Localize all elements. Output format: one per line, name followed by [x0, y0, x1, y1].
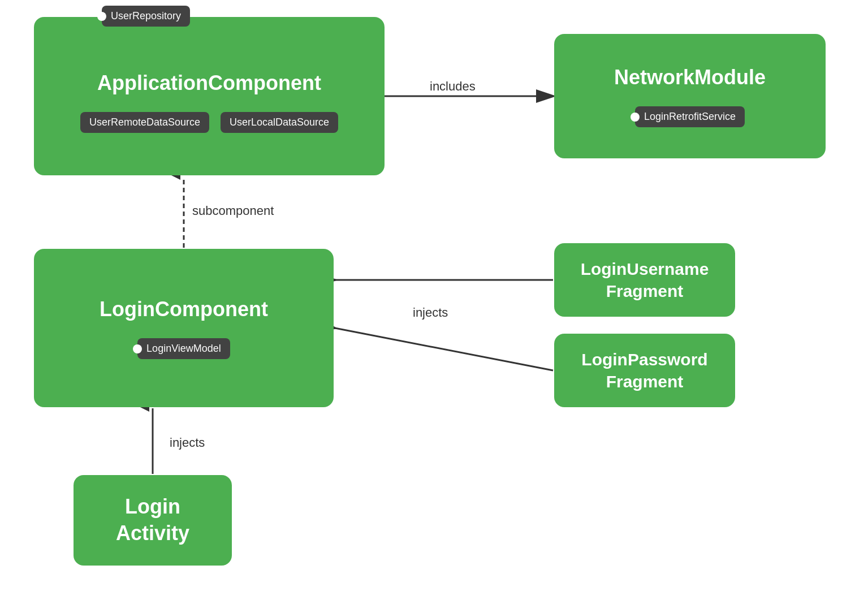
- injects-bottom-label: injects: [170, 435, 205, 450]
- user-repository-chip: UserRepository: [102, 6, 190, 27]
- login-username-fragment-box: LoginUsernameFragment: [554, 243, 735, 317]
- login-password-fragment-label: LoginPasswordFragment: [581, 348, 707, 392]
- subcomponent-label: subcomponent: [192, 204, 274, 218]
- chip-dot-login: [133, 344, 142, 353]
- login-component-label: LoginComponent: [100, 297, 268, 321]
- login-username-fragment-label: LoginUsernameFragment: [581, 258, 709, 302]
- chip-dot-network: [631, 113, 640, 122]
- injects-right-label: injects: [413, 305, 448, 320]
- application-component-label: ApplicationComponent: [97, 71, 321, 95]
- login-retrofit-service-chip: LoginRetrofitService: [635, 106, 745, 127]
- login-activity-label: LoginActivity: [116, 494, 189, 547]
- svg-line-6: [335, 328, 553, 370]
- user-remote-datasource-chip: UserRemoteDataSource: [80, 112, 209, 133]
- login-password-fragment-box: LoginPasswordFragment: [554, 334, 735, 407]
- application-component-box: UserRepository ApplicationComponent User…: [34, 17, 385, 175]
- includes-label: includes: [430, 79, 476, 94]
- login-viewmodel-chip: LoginViewModel: [137, 338, 230, 359]
- user-local-datasource-chip: UserLocalDataSource: [221, 112, 338, 133]
- diagram-container: UserRepository ApplicationComponent User…: [0, 0, 868, 604]
- login-component-box: LoginComponent LoginViewModel: [34, 249, 334, 407]
- network-module-box: NetworkModule LoginRetrofitService: [554, 34, 826, 158]
- login-activity-box: LoginActivity: [74, 475, 232, 566]
- network-module-label: NetworkModule: [614, 65, 766, 89]
- chip-dot: [97, 12, 106, 21]
